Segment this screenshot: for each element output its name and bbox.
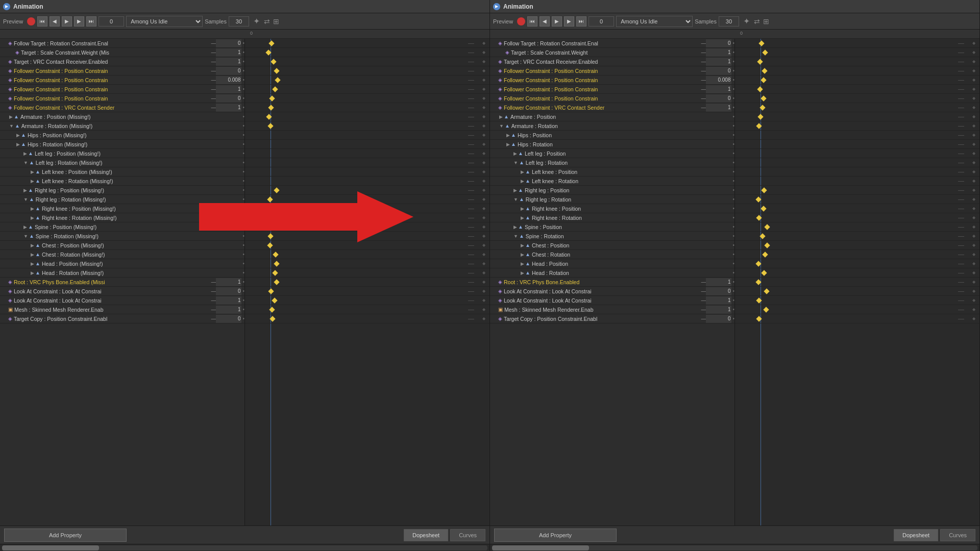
property-value-input[interactable] (706, 58, 731, 66)
property-value-input[interactable] (706, 315, 731, 323)
list-item[interactable]: ▶▲Left knee : Rotation• (490, 177, 734, 186)
property-value-input[interactable] (706, 85, 731, 93)
expand-icon[interactable]: ▶ (31, 215, 34, 220)
list-item[interactable]: ◈Follower Constraint : VRC Contact Sende… (490, 103, 734, 112)
keyframe-diamond[interactable] (274, 279, 279, 285)
keyframe-diamond[interactable] (275, 77, 280, 83)
list-item[interactable]: ▶▲Hips : Rotation• (490, 140, 734, 149)
left-record-btn[interactable] (27, 17, 35, 26)
list-item[interactable]: ◈Look At Constraint : Look At Constrai—• (490, 287, 734, 296)
right-scrollbar-thumb[interactable] (492, 545, 589, 550)
keyframe-diamond[interactable] (267, 242, 273, 248)
keyframe-diamond[interactable] (760, 233, 765, 239)
keyframe-diamond[interactable] (274, 261, 279, 266)
property-value-input[interactable] (706, 306, 731, 314)
property-value-input[interactable] (706, 67, 731, 75)
left-next-frame-btn[interactable]: ▶ (74, 16, 84, 27)
property-value-input[interactable] (706, 278, 731, 286)
list-item[interactable]: ◈Follower Constraint : Position Constrai… (490, 85, 734, 94)
right-prev-frame-btn[interactable]: ◀ (540, 16, 550, 27)
expand-icon[interactable]: ▶ (521, 169, 524, 174)
left-scrollbar-area[interactable] (0, 544, 489, 551)
property-value-input[interactable] (706, 296, 731, 305)
expand-icon[interactable]: ▶ (16, 133, 20, 138)
list-item[interactable]: ◈Target : VRC Contact Receiver.Enabled—• (0, 57, 244, 66)
list-item[interactable]: ▶▲Hips : Rotation (Missing!)• (0, 140, 244, 149)
expand-icon[interactable]: ▼ (23, 197, 28, 202)
keyframe-diamond[interactable] (274, 187, 279, 193)
keyframe-diamond[interactable] (273, 270, 278, 276)
list-item[interactable]: ▶▲Left leg : Position• (490, 149, 734, 158)
expand-icon[interactable]: ▶ (31, 252, 34, 257)
property-value-input[interactable] (216, 306, 241, 314)
expand-icon[interactable]: ▼ (513, 197, 518, 202)
list-item[interactable]: ▶▲Chest : Rotation• (490, 250, 734, 259)
right-add-property-btn[interactable]: Add Property (494, 529, 617, 542)
list-item[interactable]: ◈Follower Constraint : Position Constrai… (0, 76, 244, 85)
list-item[interactable]: ▶▲Right leg : Position• (490, 186, 734, 195)
expand-icon[interactable]: ▶ (521, 243, 524, 248)
expand-icon[interactable]: ▶ (513, 188, 517, 193)
list-item[interactable]: ◈Follower Constraint : Position Constrai… (0, 94, 244, 103)
list-item[interactable]: ◈Follow Target : Rotation Constraint.Ena… (490, 39, 734, 48)
list-item[interactable]: ▶▲Chest : Rotation (Missing!)• (0, 250, 244, 259)
expand-icon[interactable]: ▶ (499, 114, 503, 119)
property-value-input[interactable] (706, 39, 731, 47)
left-play-btn[interactable]: ▶ (62, 16, 72, 27)
keyframe-diamond[interactable] (267, 196, 273, 202)
property-value-input[interactable] (216, 104, 241, 112)
keyframe-diamond[interactable] (758, 114, 764, 119)
expand-icon[interactable]: ▶ (521, 215, 524, 220)
right-skip-start-btn[interactable]: ⏮ (527, 16, 537, 27)
right-scrollbar-track[interactable] (492, 545, 977, 550)
keyframe-diamond[interactable] (268, 288, 274, 294)
list-item[interactable]: ▶▲Head : Rotation• (490, 268, 734, 278)
list-item[interactable]: ▼▲Right leg : Rotation• (490, 195, 734, 204)
list-item[interactable]: ▼▲Spine : Rotation• (490, 232, 734, 241)
keyframe-diamond[interactable] (268, 105, 274, 110)
keyframe-diamond[interactable] (274, 68, 279, 73)
list-item[interactable]: ▶▲Spine : Position• (490, 222, 734, 232)
list-item[interactable]: ▶▲Head : Position (Missing!)• (0, 259, 244, 268)
keyframe-diamond[interactable] (760, 105, 765, 110)
keyframe-diamond[interactable] (757, 86, 763, 92)
keyframe-diamond[interactable] (273, 252, 279, 257)
list-item[interactable]: ▣Mesh : Skinned Mesh Renderer.Enab—• (0, 305, 244, 314)
list-item[interactable]: ▶▲Right knee : Rotation (Missing!)• (0, 213, 244, 222)
list-item[interactable]: ▶▲Head : Rotation (Missing!)• (0, 268, 244, 278)
right-samples-input[interactable] (719, 16, 739, 27)
list-item[interactable]: ◈Follower Constraint : Position Constrai… (490, 66, 734, 76)
left-add-property-btn[interactable]: Add Property (4, 529, 127, 542)
expand-icon[interactable]: ▶ (31, 261, 34, 266)
expand-icon[interactable]: ▶ (31, 169, 34, 174)
property-value-input[interactable] (706, 48, 731, 57)
list-item[interactable]: ▼▲Right leg : Rotation (Missing!)• (0, 195, 244, 204)
property-value-input[interactable] (216, 315, 241, 323)
keyframe-diamond[interactable] (268, 40, 274, 46)
keyframe-diamond[interactable] (274, 215, 279, 220)
keyframe-diamond[interactable] (763, 307, 769, 312)
list-item[interactable]: ◈Follower Constraint : Position Constrai… (0, 85, 244, 94)
keyframe-diamond[interactable] (266, 114, 272, 119)
property-value-input[interactable] (706, 94, 731, 103)
list-item[interactable]: ◈Root : VRC Phys Bone.Enabled (Missi—• (0, 278, 244, 287)
keyframe-diamond[interactable] (269, 307, 275, 312)
property-value-input[interactable] (706, 104, 731, 112)
property-value-input[interactable] (706, 287, 731, 295)
list-item[interactable]: ◈Follower Constraint : Position Constrai… (0, 66, 244, 76)
list-item[interactable]: ◈Target : VRC Contact Receiver.Enabled—• (490, 57, 734, 66)
expand-icon[interactable]: ▶ (31, 206, 34, 211)
right-tab-dopesheet[interactable]: Dopesheet (894, 529, 938, 541)
list-item[interactable]: ◈Target : Scale Constraint.Weight—• (490, 48, 734, 57)
property-value-input[interactable] (216, 76, 241, 84)
list-item[interactable]: ◈Root : VRC Phys Bone.Enabled—• (490, 278, 734, 287)
keyframe-diamond[interactable] (267, 123, 273, 129)
property-value-input[interactable] (216, 58, 241, 66)
right-skip-end-btn[interactable]: ⏭ (576, 16, 586, 27)
list-item[interactable]: ▶▲Right leg : Position (Missing!)• (0, 186, 244, 195)
property-value-input[interactable] (216, 94, 241, 103)
list-item[interactable]: ▣Mesh : Skinned Mesh Renderer.Enab—• (490, 305, 734, 314)
list-item[interactable]: ▶▲Left leg : Position (Missing!)• (0, 149, 244, 158)
keyframe-diamond[interactable] (756, 215, 762, 220)
expand-icon[interactable]: ▶ (513, 151, 517, 156)
